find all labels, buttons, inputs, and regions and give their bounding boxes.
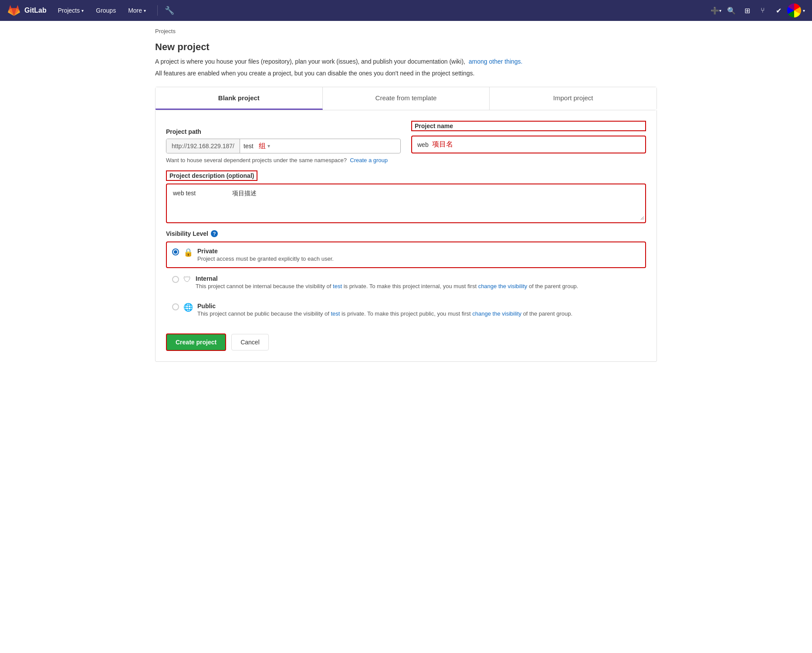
project-path-label: Project path	[166, 128, 401, 135]
description-group: Project description (optional) web test …	[166, 170, 646, 223]
chevron-down-icon: ▾	[144, 8, 146, 13]
public-change-visibility-link[interactable]: change the visibility	[472, 310, 521, 317]
merge-icon[interactable]: ⑂	[756, 3, 770, 17]
public-test-link[interactable]: test	[331, 310, 340, 317]
visibility-private-option[interactable]: 🔒 Private Project access must be granted…	[166, 241, 646, 268]
project-tabs: Blank project Create from template Impor…	[155, 87, 657, 110]
avatar-chevron-icon: ▾	[803, 8, 805, 13]
description-label: Project description (optional)	[169, 172, 254, 179]
description-label-wrapper: Project description (optional)	[166, 170, 257, 181]
page-description-2: All features are enabled when you create…	[155, 69, 657, 78]
breadcrumb: Projects	[155, 28, 657, 34]
namespace-value: test	[244, 143, 254, 150]
namespace-help: Want to house several dependent projects…	[166, 157, 646, 163]
wrench-icon[interactable]: 🔧	[165, 6, 174, 15]
breadcrumb-projects[interactable]: Projects	[155, 28, 176, 34]
brand[interactable]: GitLab	[7, 3, 47, 17]
nav-groups[interactable]: Groups	[91, 5, 120, 16]
globe-icon: 🌐	[183, 303, 193, 312]
page-container: Projects New project A project is where …	[145, 21, 667, 369]
path-prefix: http://192.168.229.187/	[166, 139, 240, 153]
project-name-input-wrapper: web 项目名	[411, 136, 646, 153]
path-chinese-label: 组	[259, 142, 266, 151]
todo-icon[interactable]: ✔	[771, 3, 785, 17]
project-name-label-wrapper: Project name	[411, 121, 646, 131]
visibility-section-title: Visibility Level ?	[166, 230, 646, 237]
private-text: Private Project access must be granted e…	[197, 248, 334, 262]
description-textarea[interactable]: web test 项目描述	[168, 185, 644, 220]
name-chinese-label: 项目名	[432, 140, 453, 149]
namespace-chevron-icon: ▾	[267, 143, 270, 149]
visibility-public-option[interactable]: 🌐 Public This project cannot be public b…	[166, 296, 646, 323]
shield-icon: 🛡	[183, 275, 191, 284]
public-text: Public This project cannot be public bec…	[197, 303, 572, 317]
brand-name: GitLab	[24, 7, 47, 14]
project-name-group: Project name web 项目名	[411, 121, 646, 153]
chevron-down-icon: ▾	[81, 8, 84, 13]
description-textarea-wrapper: web test 项目描述	[166, 184, 646, 223]
project-name-label: Project name	[415, 122, 453, 129]
tab-create-from-template[interactable]: Create from template	[323, 87, 490, 110]
private-radio[interactable]	[172, 248, 179, 255]
page-title: New project	[155, 41, 657, 53]
nav-more[interactable]: More ▾	[124, 5, 150, 16]
internal-change-visibility-link[interactable]: change the visibility	[478, 283, 528, 289]
form-card: Project path http://192.168.229.187/ tes…	[155, 110, 657, 362]
internal-test-link[interactable]: test	[333, 283, 342, 289]
create-project-button[interactable]: Create project	[166, 333, 226, 351]
tab-import-project[interactable]: Import project	[490, 87, 656, 110]
boards-icon[interactable]: ⊞	[740, 3, 754, 17]
create-icon[interactable]: ➕▾	[709, 3, 723, 17]
internal-radio[interactable]	[172, 276, 179, 283]
tab-blank-project[interactable]: Blank project	[156, 87, 323, 110]
nav-separator	[157, 5, 158, 16]
public-radio[interactable]	[172, 303, 179, 310]
page-description-1: A project is where you house your files …	[155, 57, 657, 66]
nav-projects[interactable]: Projects ▾	[54, 5, 88, 16]
among-other-things-link[interactable]: among other things.	[469, 58, 523, 65]
internal-text: Internal This project cannot be internal…	[196, 275, 578, 289]
action-row: Create project Cancel	[166, 333, 646, 351]
path-namespace-select[interactable]: test 组 ▾	[240, 139, 400, 153]
cancel-button[interactable]: Cancel	[231, 334, 269, 350]
create-a-group-link[interactable]: Create a group	[350, 157, 388, 163]
visibility-section: Visibility Level ? 🔒 Private Project acc…	[166, 230, 646, 323]
nav-right: ➕▾ 🔍 ⊞ ⑂ ✔ ▾	[709, 3, 805, 17]
project-path-group: Project path http://192.168.229.187/ tes…	[166, 128, 401, 153]
search-icon[interactable]: 🔍	[724, 3, 738, 17]
project-path-input: http://192.168.229.187/ test 组 ▾	[166, 139, 401, 153]
navbar: GitLab Projects ▾ Groups More ▾ 🔧 ➕▾ 🔍 ⊞…	[0, 0, 812, 21]
lock-icon: 🔒	[183, 248, 193, 257]
visibility-help-icon[interactable]: ?	[211, 230, 218, 237]
gitlab-logo-icon	[7, 3, 21, 17]
visibility-internal-option[interactable]: 🛡 Internal This project cannot be intern…	[166, 269, 646, 296]
avatar[interactable]	[787, 3, 801, 17]
path-name-row: Project path http://192.168.229.187/ tes…	[166, 121, 646, 153]
project-name-input[interactable]: web 项目名	[412, 136, 645, 153]
